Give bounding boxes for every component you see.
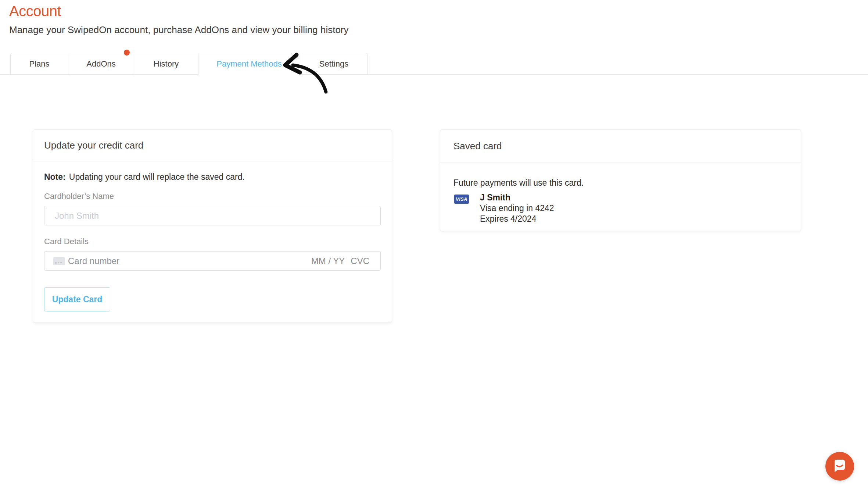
account-tabbar: Plans AddOns History Payment Methods Set…	[10, 53, 368, 75]
saved-card-summary: Visa ending in 4242	[480, 203, 554, 214]
replace-card-note: Note:Updating your card will replace the…	[44, 172, 245, 182]
saved-card-holder: J Smith	[480, 192, 554, 203]
tab-plans[interactable]: Plans	[10, 53, 68, 75]
saved-card-description: Future payments will use this card.	[453, 178, 584, 188]
update-card-button[interactable]: Update Card	[44, 287, 110, 311]
panel-heading: Saved card	[453, 140, 502, 152]
account-page: Account Manage your SwipedOn account, pu…	[0, 0, 868, 492]
cardholder-name-input[interactable]	[44, 206, 381, 225]
panel-header: Saved card	[440, 130, 801, 163]
page-subtitle: Manage your SwipedOn account, purchase A…	[9, 24, 349, 36]
note-label: Note:	[44, 172, 66, 182]
saved-card-expiry: Expires 4/2024	[480, 214, 554, 224]
credit-card-icon	[53, 257, 65, 265]
update-credit-card-panel: Update your credit card Note:Updating yo…	[33, 129, 392, 323]
tab-payment-methods[interactable]: Payment Methods	[198, 53, 300, 75]
addons-notification-dot	[124, 50, 130, 56]
chat-launcher-button[interactable]	[825, 452, 854, 481]
card-details-label: Card Details	[44, 237, 89, 246]
saved-card-details: J Smith Visa ending in 4242 Expires 4/20…	[480, 192, 554, 224]
tab-history[interactable]: History	[134, 53, 198, 75]
expiry-cvc-placeholders: MM / YY CVC	[311, 256, 369, 266]
card-number-placeholder: Card number	[68, 256, 119, 266]
panel-header: Update your credit card	[33, 130, 392, 161]
page-title: Account	[9, 3, 61, 19]
saved-card-panel: Saved card Future payments will use this…	[440, 129, 801, 231]
visa-brand-icon: VISA	[454, 195, 469, 204]
expiry-placeholder: MM / YY	[311, 256, 345, 266]
note-text: Updating your card will replace the save…	[69, 172, 245, 182]
cvc-placeholder: CVC	[351, 256, 369, 266]
tab-settings[interactable]: Settings	[300, 53, 368, 75]
tab-addons[interactable]: AddOns	[68, 53, 134, 75]
panel-heading: Update your credit card	[44, 140, 143, 151]
card-details-input[interactable]: Card number MM / YY CVC	[44, 251, 381, 271]
cardholder-name-label: Cardholder’s Name	[44, 192, 114, 201]
chat-bubble-icon	[832, 458, 848, 474]
